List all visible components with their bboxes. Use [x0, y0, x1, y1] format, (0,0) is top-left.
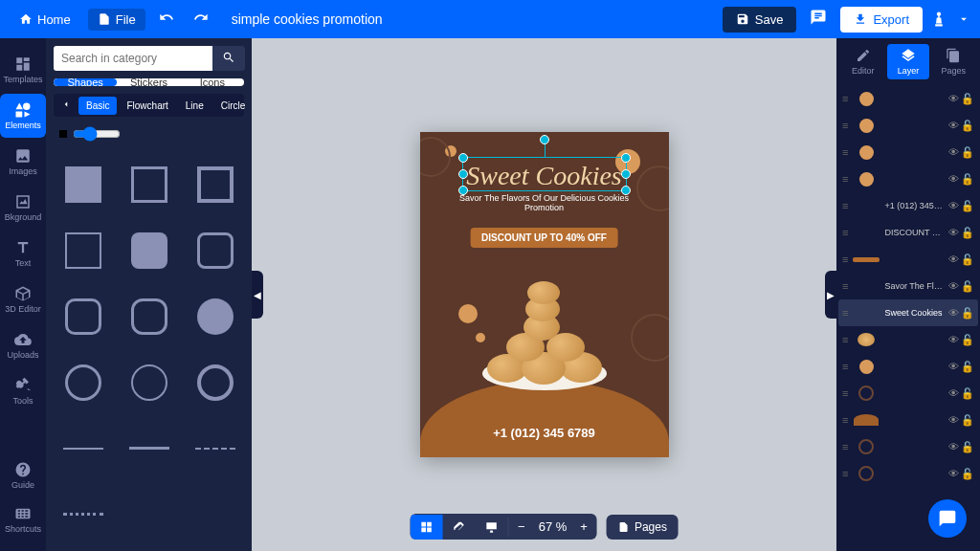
export-button[interactable]: Export: [840, 7, 923, 33]
drag-handle[interactable]: ≡: [842, 120, 848, 131]
layer-row[interactable]: ≡👁🔓: [838, 139, 978, 165]
visibility-toggle[interactable]: 👁: [948, 280, 959, 293]
layer-row[interactable]: ≡👁🔓: [838, 85, 978, 112]
resize-handle-bl[interactable]: [458, 186, 468, 195]
drag-handle[interactable]: ≡: [842, 414, 848, 426]
lock-toggle[interactable]: 🔓: [961, 227, 974, 239]
zoom-in[interactable]: +: [570, 514, 597, 540]
sidebar-uploads[interactable]: Uploads: [0, 323, 46, 367]
collapse-left[interactable]: ◀: [252, 271, 263, 319]
layer-row[interactable]: ≡👁🔓: [838, 246, 978, 273]
layer-row[interactable]: ≡👁🔓: [838, 112, 978, 139]
subcat-line[interactable]: Line: [178, 97, 212, 115]
sidebar-3d-editor[interactable]: 3D Editor: [0, 277, 46, 321]
layer-row[interactable]: ≡👁🔓: [838, 460, 978, 487]
resize-handle-br[interactable]: [621, 186, 631, 195]
lock-toggle[interactable]: 🔓: [961, 387, 974, 400]
document-title[interactable]: simple cookies promotion: [232, 11, 383, 27]
chat-button[interactable]: [928, 499, 967, 538]
lock-toggle[interactable]: 🔓: [961, 414, 974, 427]
drag-handle[interactable]: ≡: [842, 387, 848, 399]
drag-handle[interactable]: ≡: [842, 361, 848, 372]
resize-handle-r[interactable]: [621, 169, 631, 179]
lock-toggle[interactable]: 🔓: [961, 441, 974, 453]
shape-rounded-fill[interactable]: [120, 221, 178, 279]
shape-circle-outline[interactable]: [54, 353, 112, 411]
sidebar-images[interactable]: Images: [0, 140, 46, 184]
undo-button[interactable]: [153, 6, 180, 33]
visibility-toggle[interactable]: 👁: [948, 441, 959, 453]
layer-row[interactable]: ≡Savor The Flavors Of👁🔓: [838, 273, 978, 299]
visibility-toggle[interactable]: 👁: [948, 307, 959, 320]
lock-toggle[interactable]: 🔓: [961, 93, 974, 105]
lock-toggle[interactable]: 🔓: [961, 120, 974, 132]
drag-handle[interactable]: ≡: [842, 441, 848, 452]
visibility-toggle[interactable]: 👁: [948, 334, 959, 346]
redo-button[interactable]: [188, 6, 214, 33]
layer-row[interactable]: ≡👁🔓: [838, 380, 978, 407]
shape-circle-fill[interactable]: [186, 287, 244, 345]
home-button[interactable]: Home: [10, 9, 80, 31]
selection-box[interactable]: [462, 157, 627, 191]
lock-toggle[interactable]: 🔓: [961, 468, 974, 480]
poster-phone[interactable]: +1 (012) 345 6789: [493, 426, 595, 440]
shape-rounded-outline[interactable]: [186, 221, 244, 279]
eraser-button[interactable]: [442, 515, 475, 540]
sidebar-text[interactable]: Text: [0, 231, 46, 276]
visibility-toggle[interactable]: 👁: [948, 120, 959, 132]
subcat-prev[interactable]: [56, 96, 77, 115]
search-input[interactable]: [54, 46, 212, 71]
lock-toggle[interactable]: 🔓: [961, 361, 974, 373]
shape-line-dash[interactable]: [186, 419, 244, 477]
drag-handle[interactable]: ≡: [842, 227, 848, 238]
pages-button[interactable]: Pages: [607, 515, 679, 540]
canvas-area[interactable]: ◀ ▶ Sweet Cookies Savor The Flavors Of O…: [252, 38, 836, 551]
drag-handle[interactable]: ≡: [842, 146, 848, 158]
rp-tab-layer[interactable]: Layer: [887, 44, 928, 79]
tab-shapes[interactable]: Shapes: [54, 78, 117, 86]
visibility-toggle[interactable]: 👁: [948, 200, 959, 212]
drag-handle[interactable]: ≡: [842, 253, 848, 265]
drag-handle[interactable]: ≡: [842, 468, 848, 479]
visibility-toggle[interactable]: 👁: [948, 173, 959, 186]
comments-button[interactable]: [804, 5, 833, 33]
collapse-right[interactable]: ▶: [825, 271, 836, 319]
subcat-basic[interactable]: Basic: [78, 97, 117, 115]
layer-row[interactable]: ≡👁🔓: [838, 433, 978, 460]
lock-toggle[interactable]: 🔓: [961, 280, 974, 293]
drag-handle[interactable]: ≡: [842, 307, 848, 319]
subcat-circle[interactable]: Circle: [213, 97, 254, 115]
layer-row[interactable]: ≡👁🔓: [838, 353, 978, 380]
tab-stickers[interactable]: Stickers: [117, 78, 180, 86]
sidebar-elements[interactable]: Elements: [0, 94, 46, 138]
chevron-down-icon[interactable]: [957, 12, 970, 26]
drag-handle[interactable]: ≡: [842, 280, 848, 292]
sidebar-background[interactable]: Bkground: [0, 186, 46, 230]
size-slider[interactable]: [73, 126, 121, 142]
visibility-toggle[interactable]: 👁: [948, 146, 959, 159]
shape-square-fill[interactable]: [54, 155, 112, 213]
poster[interactable]: Sweet Cookies Savor The Flavors Of Our D…: [420, 132, 669, 457]
subcat-flowchart[interactable]: Flowchart: [119, 97, 175, 115]
sidebar-templates[interactable]: Templates: [0, 48, 46, 92]
lock-toggle[interactable]: 🔓: [961, 307, 974, 320]
layer-row[interactable]: ≡+1 (012) 345 6789👁🔓: [838, 192, 978, 219]
visibility-toggle[interactable]: 👁: [948, 414, 959, 427]
shape-line-solid[interactable]: [54, 419, 112, 477]
drag-handle[interactable]: ≡: [842, 334, 848, 345]
save-button[interactable]: Save: [723, 7, 797, 33]
resize-handle-tl[interactable]: [458, 153, 468, 163]
lock-toggle[interactable]: 🔓: [961, 146, 974, 159]
lock-toggle[interactable]: 🔓: [961, 334, 974, 346]
drag-handle[interactable]: ≡: [842, 173, 848, 185]
shape-square-outline-thick[interactable]: [186, 155, 244, 213]
lock-toggle[interactable]: 🔓: [961, 200, 974, 212]
shape-line-dot[interactable]: [54, 485, 112, 543]
layer-row[interactable]: ≡👁🔓: [838, 165, 978, 192]
shape-rounded-outline2[interactable]: [54, 287, 112, 345]
sidebar-tools[interactable]: Tools: [0, 369, 46, 413]
visibility-toggle[interactable]: 👁: [948, 93, 959, 105]
shape-rounded-outline3[interactable]: [120, 287, 178, 345]
search-button[interactable]: [212, 46, 245, 71]
rotate-handle[interactable]: [540, 135, 549, 144]
